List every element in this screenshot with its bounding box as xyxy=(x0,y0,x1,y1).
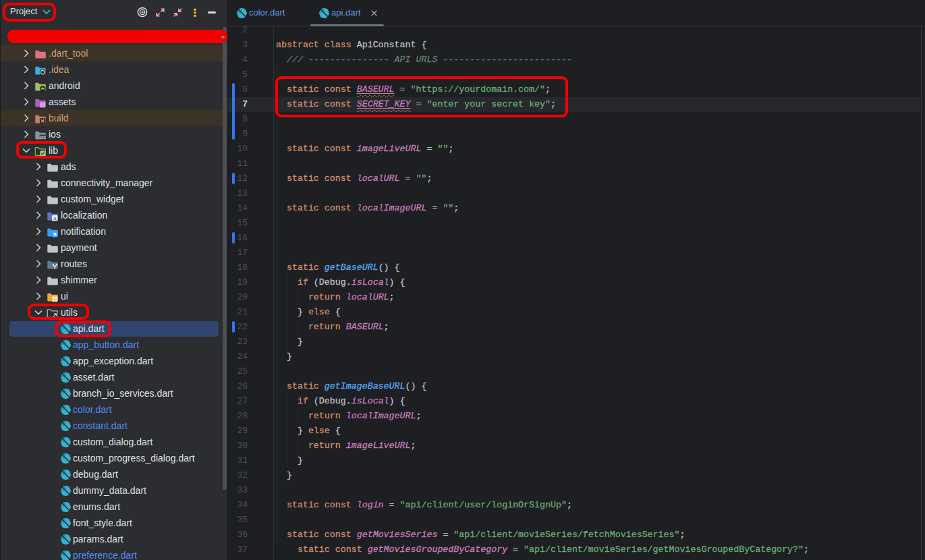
svg-text:iOS: iOS xyxy=(39,135,46,139)
svg-text:A: A xyxy=(53,215,57,220)
